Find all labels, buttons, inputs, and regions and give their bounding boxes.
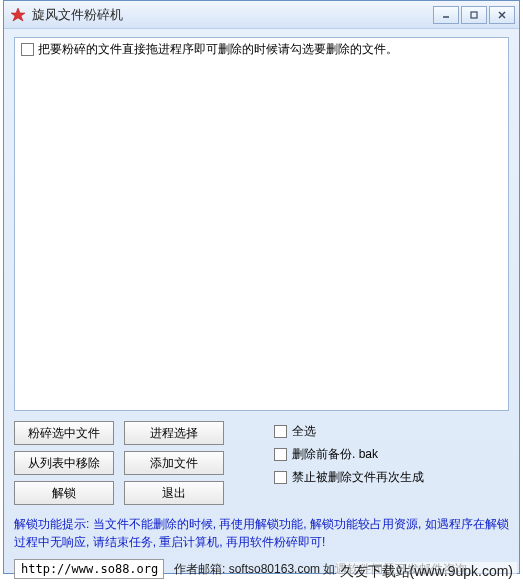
prevent-regen-label: 禁止被删除文件再次生成 <box>292 469 424 486</box>
close-button[interactable] <box>489 6 515 24</box>
unlock-hint: 解锁功能提示: 当文件不能删除的时候, 再使用解锁功能, 解锁功能较占用资源, … <box>14 515 509 551</box>
window-title: 旋风文件粉碎机 <box>32 6 433 24</box>
controls-row: 粉碎选中文件 进程选择 从列表中移除 添加文件 解锁 退出 全选 删除前备份. … <box>14 421 509 505</box>
checkbox-icon <box>274 425 287 438</box>
button-grid: 粉碎选中文件 进程选择 从列表中移除 添加文件 解锁 退出 <box>14 421 224 505</box>
prevent-regen-checkbox[interactable]: 禁止被删除文件再次生成 <box>274 469 424 486</box>
app-window: 旋风文件粉碎机 把要粉碎的文件直接拖进程序即可删除的时候请勾选要删除的文件。 粉… <box>3 0 520 574</box>
app-icon <box>10 7 26 23</box>
file-list[interactable] <box>14 61 509 411</box>
client-area: 把要粉碎的文件直接拖进程序即可删除的时候请勾选要删除的文件。 粉碎选中文件 进程… <box>4 29 519 573</box>
titlebar[interactable]: 旋风文件粉碎机 <box>4 1 519 29</box>
add-file-button[interactable]: 添加文件 <box>124 451 224 475</box>
checkbox-group: 全选 删除前备份. bak 禁止被删除文件再次生成 <box>274 421 424 505</box>
unlock-button[interactable]: 解锁 <box>14 481 114 505</box>
watermark: 久友下载站(www.9upk.com) <box>336 562 517 582</box>
backup-label: 删除前备份. bak <box>292 446 378 463</box>
select-all-label: 全选 <box>292 423 316 440</box>
minimize-button[interactable] <box>433 6 459 24</box>
backup-before-delete-checkbox[interactable]: 删除前备份. bak <box>274 446 424 463</box>
select-all-checkbox[interactable]: 全选 <box>274 423 424 440</box>
window-controls <box>433 6 515 24</box>
svg-rect-2 <box>471 12 477 18</box>
list-header[interactable]: 把要粉碎的文件直接拖进程序即可删除的时候请勾选要删除的文件。 <box>14 37 509 61</box>
exit-button[interactable]: 退出 <box>124 481 224 505</box>
remove-from-list-button[interactable]: 从列表中移除 <box>14 451 114 475</box>
checkbox-icon <box>274 448 287 461</box>
process-select-button[interactable]: 进程选择 <box>124 421 224 445</box>
svg-marker-0 <box>11 8 25 21</box>
checkbox-icon <box>274 471 287 484</box>
list-header-text: 把要粉碎的文件直接拖进程序即可删除的时候请勾选要删除的文件。 <box>38 41 398 58</box>
maximize-button[interactable] <box>461 6 487 24</box>
url-box[interactable]: http://www.so88.org <box>14 559 164 579</box>
header-checkbox[interactable] <box>21 43 34 56</box>
shred-selected-button[interactable]: 粉碎选中文件 <box>14 421 114 445</box>
